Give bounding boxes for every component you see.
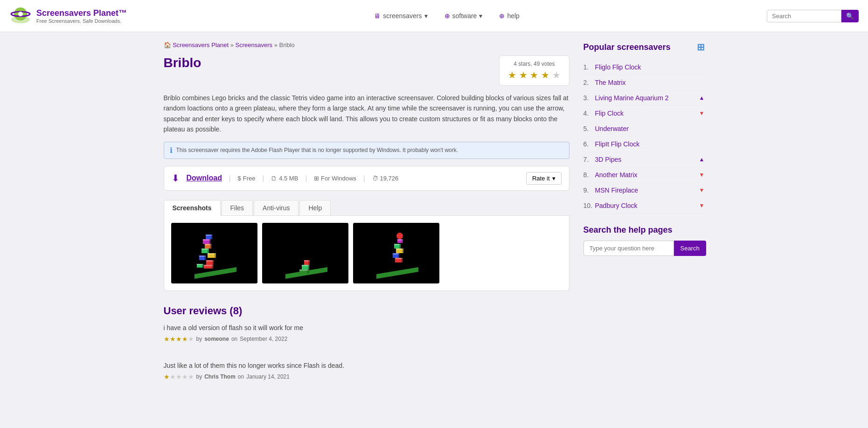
page-title: Briblo xyxy=(164,55,201,70)
meta-separator1: | xyxy=(229,174,231,182)
filesize-meta: 🗋 4.5 MB xyxy=(271,175,298,182)
tab-help[interactable]: Help xyxy=(299,200,331,215)
review-meta-1: ★★★★★ by someone on September 4, 2022 xyxy=(164,335,569,343)
review-stars-1: ★★★★★ xyxy=(164,335,194,343)
nav-help-label: help xyxy=(507,12,519,20)
breadcrumb-sep2: » xyxy=(274,41,279,48)
title-rating-row: Briblo 4 stars, 49 votes ★ ★ ★ ★ ★ xyxy=(164,55,569,86)
review-item-2: Just like a lot of them this no longer w… xyxy=(164,362,569,390)
search-button[interactable]: 🔍 xyxy=(841,10,859,22)
star2: ★ xyxy=(519,70,528,80)
review-author-2: Chris Thom xyxy=(204,373,236,380)
platform-text: For Windows xyxy=(321,175,356,182)
popular-title-text: Popular screensavers xyxy=(583,42,671,52)
review-date-1: September 4, 2022 xyxy=(240,336,287,342)
price-meta: $ Free xyxy=(238,175,256,182)
monitor-icon: 🖥 xyxy=(374,12,381,20)
screenshot-1[interactable] xyxy=(171,223,257,283)
popular-link-2[interactable]: The Matrix xyxy=(595,79,705,86)
review-by-label-1: by xyxy=(196,336,202,342)
review-stars-2: ★★★★★ xyxy=(164,373,194,380)
flash-warning-text: This screensaver requires the Adobe Flas… xyxy=(176,147,458,153)
star1: ★ xyxy=(508,70,516,80)
popular-item-6: 6. FlipIt Flip Clock xyxy=(583,137,705,152)
rate-button[interactable]: Rate it ▾ xyxy=(526,172,562,185)
download-link[interactable]: Download xyxy=(187,174,222,182)
rank-10: 10. xyxy=(583,202,595,209)
trend-down-icon-9: ▼ xyxy=(699,187,705,193)
trend-down-icon-10: ▼ xyxy=(699,202,705,209)
help-search-input[interactable] xyxy=(583,241,674,256)
trend-up-icon-7: ▲ xyxy=(699,156,705,163)
popular-item-3: 3. Living Marine Aquarium 2 ▲ xyxy=(583,90,705,106)
svg-point-3 xyxy=(18,12,23,16)
main-nav: 🖥 screensavers ▾ ⊕ software ▾ ⊕ help xyxy=(370,10,523,22)
popular-link-6[interactable]: FlipIt Flip Clock xyxy=(595,140,705,148)
popular-link-8[interactable]: Another Matrix xyxy=(595,171,695,179)
sidebar: Popular screensavers ⊞ 1. Fliglo Flip Cl… xyxy=(583,41,705,400)
breadcrumb-sep1: » xyxy=(230,41,236,48)
popular-link-7[interactable]: 3D Pipes xyxy=(595,156,695,163)
review-item-1: i have a old version of flash so it will… xyxy=(164,324,569,352)
search-help-section: Search the help pages Search xyxy=(583,225,705,256)
review-on-label-1: on xyxy=(231,336,237,342)
popular-link-9[interactable]: MSN Fireplace xyxy=(595,186,695,194)
dollar-icon: $ xyxy=(238,175,241,182)
rate-label: Rate it xyxy=(532,175,550,182)
home-icon: 🏠 xyxy=(164,41,171,48)
review-text-2: Just like a lot of them this no longer w… xyxy=(164,362,569,369)
nav-screensavers[interactable]: 🖥 screensavers ▾ xyxy=(370,10,431,22)
platform-meta: ⊞ For Windows xyxy=(314,175,356,182)
popular-link-10[interactable]: Padbury Clock xyxy=(595,202,695,209)
rating-box: 4 stars, 49 votes ★ ★ ★ ★ ★ xyxy=(499,55,569,86)
trend-down-icon-4: ▼ xyxy=(699,110,705,117)
rank-8: 8. xyxy=(583,171,595,179)
popular-list: 1. Fliglo Flip Clock 2. The Matrix 3. Li… xyxy=(583,60,705,214)
trend-down-icon-8: ▼ xyxy=(699,172,705,178)
popular-link-4[interactable]: Flip Clock xyxy=(595,110,695,117)
nav-software[interactable]: ⊕ software ▾ xyxy=(441,10,486,22)
filesize-text: 4.5 MB xyxy=(279,175,298,182)
popular-screensavers-title: Popular screensavers ⊞ xyxy=(583,41,705,53)
popular-link-3[interactable]: Living Marine Aquarium 2 xyxy=(595,94,695,102)
downloads-text: 19,726 xyxy=(380,175,399,182)
popular-item-2: 2. The Matrix xyxy=(583,75,705,90)
main-content: 🏠 Screensavers Planet » Screensavers » B… xyxy=(164,41,569,400)
screenshots-area xyxy=(164,216,569,291)
rank-7: 7. xyxy=(583,156,595,163)
windows-logo-icon: ⊞ xyxy=(697,41,705,53)
popular-link-5[interactable]: Underwater xyxy=(595,125,705,132)
popular-item-8: 8. Another Matrix ▼ xyxy=(583,167,705,183)
site-name: Screensavers Planet™ xyxy=(36,8,127,18)
breadcrumb-screensavers-link[interactable]: Screensavers xyxy=(236,41,272,48)
review-meta-2: ★★★★★ by Chris Thom on January 14, 2021 xyxy=(164,373,569,380)
breadcrumb-home-link[interactable]: Screensavers Planet xyxy=(173,41,229,48)
site-tagline: Free Screensavers. Safe Downloads. xyxy=(36,18,127,24)
review-on-label-2: on xyxy=(238,373,244,380)
rank-1: 1. xyxy=(583,63,595,71)
star5: ★ xyxy=(552,70,561,80)
search-input[interactable] xyxy=(767,10,841,22)
nav-help[interactable]: ⊕ help xyxy=(495,10,523,22)
tab-antivirus[interactable]: Anti-virus xyxy=(254,200,299,215)
popular-link-1[interactable]: Fliglo Flip Clock xyxy=(595,63,705,71)
meta-separator3: | xyxy=(305,174,307,182)
popular-item-10: 10. Padbury Clock ▼ xyxy=(583,198,705,214)
reviews-title: User reviews (8) xyxy=(164,305,569,317)
screenshot-3[interactable] xyxy=(353,223,439,283)
help-search-button[interactable]: Search xyxy=(674,241,706,256)
tab-screenshots[interactable]: Screenshots xyxy=(164,200,221,216)
tab-files[interactable]: Files xyxy=(222,200,253,215)
screenshot-2[interactable] xyxy=(262,223,348,283)
tabs: Screenshots Files Anti-virus Help xyxy=(164,200,569,216)
star-rating: ★ ★ ★ ★ ★ xyxy=(508,69,560,81)
flash-warning: ℹ This screensaver requires the Adobe Fl… xyxy=(164,142,569,159)
popular-item-4: 4. Flip Clock ▼ xyxy=(583,106,705,121)
rank-4: 4. xyxy=(583,110,595,117)
search-help-title: Search the help pages xyxy=(583,225,705,235)
breadcrumb-current: Briblo xyxy=(279,41,295,48)
help-search-area: Search xyxy=(583,241,705,256)
software-icon: ⊕ xyxy=(444,12,450,20)
rating-text: 4 stars, 49 votes xyxy=(508,61,560,67)
downloads-meta: ⏱ 19,726 xyxy=(372,175,399,182)
